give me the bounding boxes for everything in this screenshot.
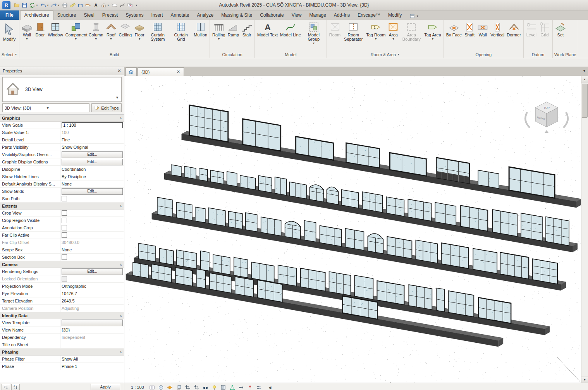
chevron-down-icon[interactable]: ▼: [74, 38, 77, 40]
property-value-crop-view[interactable]: [60, 210, 124, 216]
ribbon-button-railing[interactable]: Railing▼: [211, 21, 227, 51]
temporary-hide-isolate-icon[interactable]: [202, 384, 209, 390]
displacement-sets-icon[interactable]: [238, 384, 245, 390]
section-icon[interactable]: [111, 1, 118, 9]
reveal-constraints-icon[interactable]: [247, 384, 254, 390]
property-value-view-name[interactable]: {3D}: [60, 326, 124, 333]
section-header-camera[interactable]: Camera∧: [0, 261, 124, 268]
ribbon-button-ramp[interactable]: Ramp: [227, 21, 240, 51]
property-button-graphic-display-options[interactable]: Edit...: [62, 159, 123, 165]
collapse-icon[interactable]: ∧: [119, 314, 122, 318]
property-value-scope-box[interactable]: None: [60, 246, 124, 253]
ribbon-tab-manage[interactable]: Manage: [305, 10, 330, 20]
checkbox-annotation-crop[interactable]: [62, 225, 67, 230]
ribbon-button-stair[interactable]: Stair: [240, 21, 253, 51]
apply-button[interactable]: Apply: [91, 384, 120, 390]
ribbon-button-window[interactable]: Window: [47, 21, 64, 51]
property-value-detail-level[interactable]: Fine: [60, 136, 124, 143]
open-file-icon[interactable]: [13, 1, 21, 9]
checkbox-locked-orientation[interactable]: [62, 276, 67, 282]
ribbon-tab-file[interactable]: File: [0, 10, 19, 20]
property-button-rendering-settings[interactable]: Edit...: [62, 268, 123, 275]
type-selector[interactable]: 3D View ▼: [2, 77, 122, 102]
ribbon-tab-modify[interactable]: Modify: [384, 10, 406, 20]
checkbox-sun-path[interactable]: [62, 196, 67, 201]
section-header-extents[interactable]: Extents∧: [0, 203, 124, 210]
ribbon-button-tag-area[interactable]: Tag Area▼: [423, 21, 442, 51]
property-value-rendering-settings[interactable]: Edit...: [60, 268, 124, 275]
collapse-icon[interactable]: ∧: [119, 263, 122, 266]
undo-icon[interactable]: ▼: [40, 1, 50, 9]
property-value-camera-position[interactable]: Adjusting: [60, 305, 124, 312]
3d-view-canvas[interactable]: TOPFRONT: [124, 76, 581, 383]
ribbon-button-model-group[interactable]: Model Group▼: [302, 21, 325, 51]
print-icon[interactable]: [61, 1, 69, 9]
ribbon-tab-enscape[interactable]: Enscape™: [354, 10, 384, 20]
ribbon-button-mullion[interactable]: Mullion: [193, 21, 208, 51]
property-value-view-scale[interactable]: [60, 122, 124, 129]
ribbon-button-ceiling[interactable]: Ceiling: [118, 21, 133, 51]
section-header-phasing[interactable]: Phasing∧: [0, 349, 124, 356]
edit-type-button[interactable]: Edit Type: [91, 103, 122, 112]
ribbon-display-toggle[interactable]: ▼: [408, 12, 421, 20]
ribbon-tab-view[interactable]: View: [288, 10, 306, 20]
home-button[interactable]: [126, 67, 137, 76]
drawing-area[interactable]: TOPFRONT ▲ ▼: [124, 76, 588, 383]
ribbon-tab-structure[interactable]: Structure: [53, 10, 80, 20]
panel-label-room-area[interactable]: Room & Area▼: [327, 51, 444, 58]
ribbon-button-roof[interactable]: Roof▼: [105, 21, 118, 51]
ribbon-button-wall[interactable]: Wall: [476, 21, 489, 51]
checkbox-crop-view[interactable]: [62, 210, 67, 216]
ribbon-tab-annotate[interactable]: Annotate: [167, 10, 193, 20]
ribbon-tab-architecture[interactable]: Architecture: [20, 10, 53, 20]
checkbox-section-box[interactable]: [62, 254, 67, 260]
ribbon-button-curtain-system[interactable]: Curtain System: [146, 21, 169, 51]
chevron-down-icon[interactable]: ▼: [375, 38, 377, 40]
property-value-sun-path[interactable]: [60, 195, 124, 202]
property-value-visibility-graphics-overri[interactable]: Edit...: [60, 151, 124, 158]
ribbon-button-floor[interactable]: Floor▼: [133, 21, 146, 51]
property-input-view-scale[interactable]: [62, 122, 123, 128]
worksharing-display-icon[interactable]: [256, 384, 263, 390]
ribbon-tab-systems[interactable]: Systems: [122, 10, 147, 20]
close-icon[interactable]: ✕: [117, 68, 121, 74]
collapse-icon[interactable]: ∧: [119, 204, 122, 208]
ribbon-button-dormer[interactable]: Dormer: [505, 21, 522, 51]
chevron-down-icon[interactable]: ▼: [95, 38, 97, 40]
section-header-identity-data[interactable]: Identity Data∧: [0, 312, 124, 319]
property-value-projection-mode[interactable]: Orthographic: [60, 283, 124, 290]
ribbon-button-curtain-grid[interactable]: Curtain Grid: [169, 21, 193, 51]
property-value-dependency[interactable]: Independent: [60, 334, 124, 341]
ribbon-button-tag-room[interactable]: 1Tag Room▼: [365, 21, 387, 51]
aligned-dimension-icon[interactable]: [77, 1, 84, 9]
tag-by-category-icon[interactable]: [84, 1, 92, 9]
ribbon-button-vertical[interactable]: Vertical: [489, 21, 505, 51]
ribbon-button-door[interactable]: Door: [34, 21, 47, 51]
ribbon-button-column[interactable]: Column▼: [88, 21, 105, 51]
property-value-title-on-sheet[interactable]: [60, 341, 124, 348]
collapse-icon[interactable]: ∧: [119, 116, 122, 120]
chevron-down-icon[interactable]: ▼: [217, 38, 220, 40]
ribbon-button-wall[interactable]: Wall▼: [21, 21, 34, 51]
detail-level-icon[interactable]: [149, 384, 156, 390]
revit-logo-icon[interactable]: R: [2, 1, 10, 9]
ribbon-button-area[interactable]: Area▼: [387, 21, 400, 51]
ribbon-button-shaft[interactable]: Shaft: [463, 21, 476, 51]
ribbon-button-room-separator[interactable]: Room Separator: [342, 21, 365, 51]
scroll-down-icon[interactable]: ▼: [581, 376, 588, 383]
property-value-crop-region-visible[interactable]: [60, 217, 124, 224]
property-value-phase[interactable]: Phase 1: [60, 363, 124, 370]
panel-label-select[interactable]: Select▼: [0, 51, 19, 58]
sort-properties-icon[interactable]: [2, 384, 10, 390]
property-value-view-template[interactable]: [60, 319, 124, 326]
property-value-target-elevation[interactable]: 2643.5: [60, 297, 124, 304]
checkbox-far-clip-active[interactable]: [62, 232, 67, 238]
sun-path-icon[interactable]: [167, 384, 174, 390]
visual-style-icon[interactable]: [158, 384, 165, 390]
property-value-far-clip-active[interactable]: [60, 232, 124, 239]
show-crop-region-icon[interactable]: [193, 384, 200, 390]
view-selector-combo[interactable]: 3D View: {3D} ▼: [2, 103, 89, 112]
shadows-icon[interactable]: [175, 384, 182, 390]
chevron-down-icon[interactable]: ▼: [432, 38, 434, 40]
ribbon-tab-steel[interactable]: Steel: [80, 10, 98, 20]
